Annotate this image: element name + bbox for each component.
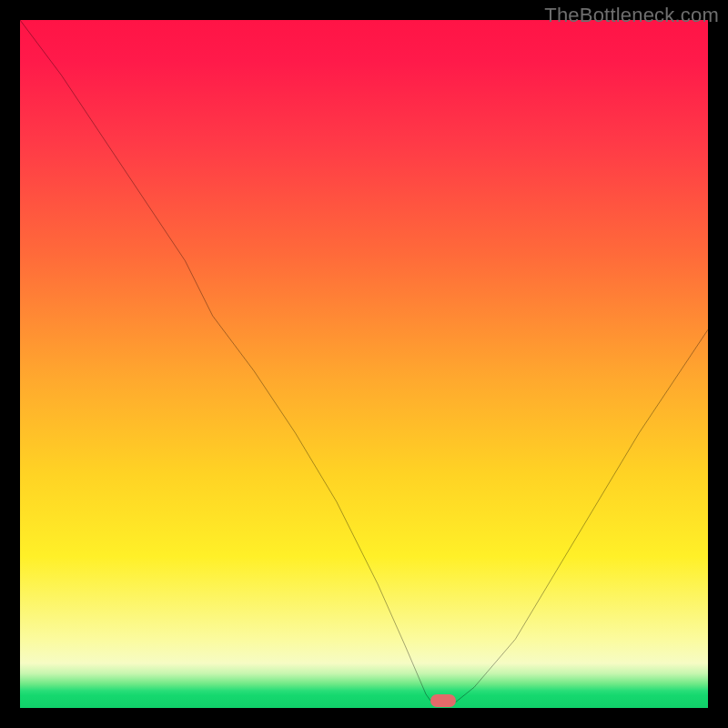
- curve-path: [20, 20, 708, 706]
- optimal-point-marker: [430, 694, 456, 707]
- plot-area: [20, 20, 708, 708]
- watermark-text: TheBottleneck.com: [544, 4, 719, 27]
- bottleneck-curve: [20, 20, 708, 708]
- chart-stage: TheBottleneck.com: [0, 0, 728, 728]
